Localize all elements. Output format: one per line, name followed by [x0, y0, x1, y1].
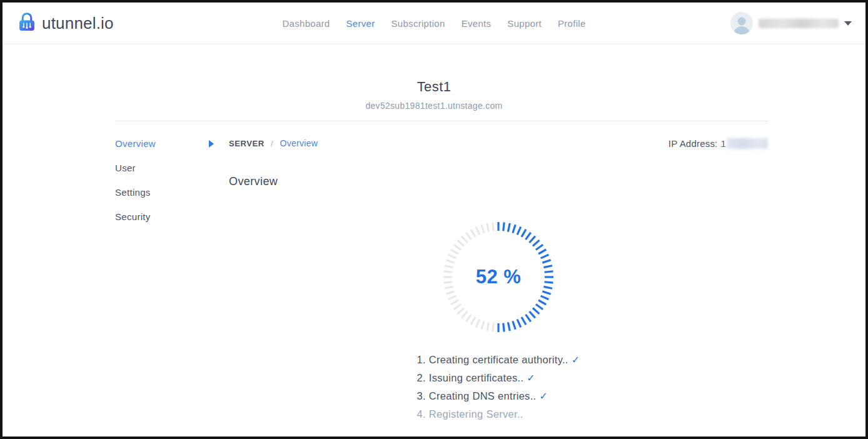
server-title: Test1 — [3, 79, 865, 95]
main-content: SERVER / Overview IP Address: 1 Overview… — [229, 138, 768, 423]
step-creating-certificate-authority: 1. Creating certificate authority..✓ — [417, 351, 580, 369]
nav-support[interactable]: Support — [507, 18, 542, 29]
ip-address: IP Address: 1 — [669, 138, 768, 149]
breadcrumb: SERVER / Overview — [229, 138, 318, 148]
user-account-menu[interactable] — [730, 12, 852, 34]
nav-profile[interactable]: Profile — [558, 18, 586, 29]
ip-address-redacted — [727, 138, 768, 149]
sidebar-item-settings[interactable]: Settings — [115, 187, 209, 198]
provisioning-steps: 1. Creating certificate authority..✓ 2. … — [417, 351, 580, 423]
app-window: utunnel.io Dashboard Server Subscription… — [0, 0, 868, 439]
nav-events[interactable]: Events — [462, 18, 492, 29]
provisioning-progress-ring: 52 % — [441, 220, 556, 335]
step-creating-dns-entries: 3. Creating DNS entries..✓ — [417, 387, 580, 405]
ip-address-partial: 1 — [720, 138, 726, 149]
avatar — [730, 12, 753, 34]
main-nav: Dashboard Server Subscription Events Sup… — [282, 3, 585, 44]
step-registering-server: 4. Registering Server.. — [417, 405, 580, 423]
breadcrumb-separator: / — [271, 139, 273, 148]
check-icon: ✓ — [572, 355, 580, 365]
check-icon: ✓ — [539, 391, 548, 401]
breadcrumb-overview-link[interactable]: Overview — [280, 138, 318, 148]
check-icon: ✓ — [527, 373, 535, 383]
sidebar-collapse-icon[interactable] — [209, 140, 214, 148]
top-nav-bar: utunnel.io Dashboard Server Subscription… — [3, 3, 865, 44]
ip-address-label: IP Address: — [669, 138, 718, 149]
sidebar-item-user[interactable]: User — [115, 163, 209, 173]
nav-dashboard[interactable]: Dashboard — [282, 18, 330, 29]
sidebar-item-security[interactable]: Security — [115, 211, 209, 222]
nav-server[interactable]: Server — [346, 18, 375, 29]
progress-percent: 52 % — [441, 220, 556, 335]
section-title: Overview — [229, 175, 768, 188]
sidebar: Overview User Settings Security — [115, 138, 209, 423]
server-subdomain: dev52sub1981test1.utnstage.com — [3, 101, 865, 111]
breadcrumb-server: SERVER — [229, 139, 265, 148]
nav-subscription[interactable]: Subscription — [391, 18, 445, 29]
step-issuing-certificates: 2. Issuing certificates..✓ — [417, 369, 580, 387]
brand-name: utunnel.io — [42, 14, 114, 33]
padlock-logo-icon — [16, 11, 38, 35]
chevron-down-icon — [844, 21, 852, 26]
server-header: Test1 dev52sub1981test1.utnstage.com — [3, 44, 865, 111]
brand-logo[interactable]: utunnel.io — [16, 11, 114, 35]
sidebar-item-overview[interactable]: Overview — [115, 138, 209, 149]
user-name-redacted — [759, 19, 839, 28]
